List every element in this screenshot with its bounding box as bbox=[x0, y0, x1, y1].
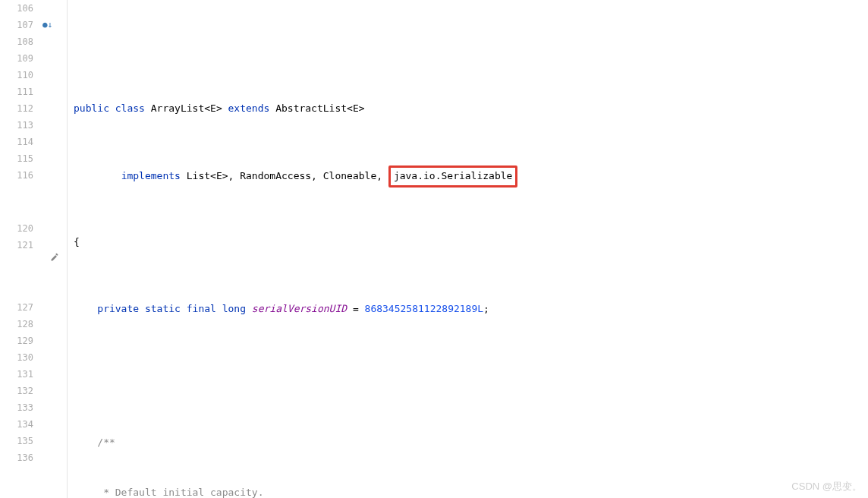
code-line bbox=[74, 33, 868, 50]
line-number: 108 bbox=[0, 33, 33, 50]
highlight-box-serializable: java.io.Serializable bbox=[388, 165, 518, 188]
line-number bbox=[0, 254, 33, 299]
code-editor[interactable]: 106 107 108 109 110 111 112 113 114 115 … bbox=[0, 0, 868, 498]
code-area[interactable]: public class ArrayList<E> extends Abstra… bbox=[68, 0, 868, 498]
code-line: * Default initial capacity. bbox=[74, 484, 868, 498]
code-line: implements List<E>, RandomAccess, Clonea… bbox=[74, 167, 868, 184]
line-number: 113 bbox=[0, 117, 33, 134]
line-number: 112 bbox=[0, 100, 33, 117]
line-number: 114 bbox=[0, 134, 33, 150]
pencil-icon[interactable] bbox=[50, 251, 59, 267]
code-line: { bbox=[74, 234, 868, 251]
gutter: 106 107 108 109 110 111 112 113 114 115 … bbox=[0, 0, 39, 498]
override-marker-icon[interactable]: ●↓ bbox=[42, 17, 52, 33]
line-number: 115 bbox=[0, 150, 33, 167]
line-number: 109 bbox=[0, 50, 33, 67]
code-line: private static final long serialVersionU… bbox=[74, 301, 868, 317]
line-number: 111 bbox=[0, 84, 33, 100]
line-number: 134 bbox=[0, 416, 33, 433]
line-number: 121 bbox=[0, 237, 33, 254]
watermark: CSDN @思变。 bbox=[791, 478, 862, 495]
line-number: 120 bbox=[0, 220, 33, 237]
line-number: 133 bbox=[0, 399, 33, 416]
line-number: 131 bbox=[0, 366, 33, 383]
line-number bbox=[0, 466, 33, 498]
line-number: 129 bbox=[0, 333, 33, 349]
line-number: 127 bbox=[0, 299, 33, 316]
line-number: 106 bbox=[0, 0, 33, 17]
code-line: public class ArrayList<E> extends Abstra… bbox=[74, 100, 868, 117]
line-number: 135 bbox=[0, 433, 33, 449]
line-number: 136 bbox=[0, 449, 33, 466]
marker-column: ●↓ bbox=[39, 0, 67, 498]
line-number: 132 bbox=[0, 383, 33, 399]
line-number: 128 bbox=[0, 316, 33, 333]
line-number: 110 bbox=[0, 67, 33, 84]
line-number bbox=[0, 184, 33, 220]
line-number: 116 bbox=[0, 167, 33, 184]
line-number: 130 bbox=[0, 349, 33, 366]
code-line bbox=[74, 367, 868, 384]
line-number: 107 bbox=[0, 17, 33, 33]
code-line: /** bbox=[74, 434, 868, 451]
